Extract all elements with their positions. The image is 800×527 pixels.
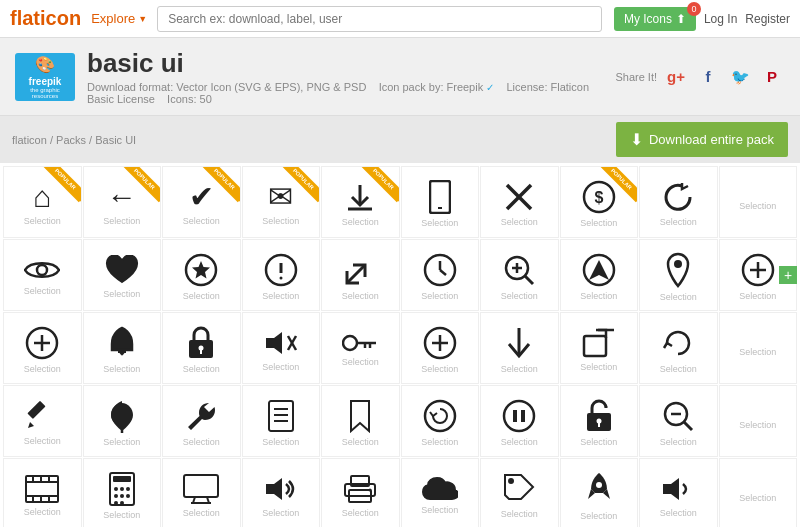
pinterest-share-button[interactable]: P	[759, 64, 785, 90]
svg-marker-89	[266, 478, 282, 500]
icon-target-refresh[interactable]: Selection	[401, 385, 480, 457]
icon-refresh[interactable]: Selection	[639, 166, 718, 238]
pack-icons-count: Icons: 50	[167, 93, 212, 105]
icon-label: Selection	[342, 437, 379, 447]
icon-symbol	[349, 399, 371, 433]
icon-unlock[interactable]: Selection	[560, 385, 639, 457]
my-icons-button[interactable]: My Icons ⬆ 0	[614, 7, 696, 31]
icon-label: Selection	[183, 291, 220, 301]
facebook-share-button[interactable]: f	[695, 64, 721, 90]
icon-plus-circle[interactable]: Selection +	[719, 239, 798, 311]
icon-down-arrow[interactable]: Selection	[480, 312, 559, 384]
icon-zoom[interactable]: Selection	[480, 239, 559, 311]
search-input[interactable]	[157, 6, 602, 32]
svg-marker-35	[266, 332, 282, 354]
icon-label: Selection	[580, 291, 617, 301]
icon-label: Selection	[103, 364, 140, 374]
icon-bell[interactable]: Selection	[83, 312, 162, 384]
icon-placeholder3[interactable]: Selection	[719, 312, 798, 384]
svg-point-84	[120, 501, 124, 505]
icon-label: Selection	[580, 218, 617, 228]
icon-symbol	[343, 474, 377, 504]
svg-line-17	[440, 270, 446, 275]
icon-location[interactable]: Selection	[639, 239, 718, 311]
svg-rect-31	[118, 350, 126, 353]
icon-cloud[interactable]: Selection	[401, 458, 480, 527]
icon-monitor[interactable]: Selection	[162, 458, 241, 527]
icon-download[interactable]: POPULAR Selection	[321, 166, 400, 238]
icon-share[interactable]: Selection	[560, 312, 639, 384]
icon-printer[interactable]: Selection	[321, 458, 400, 527]
breadcrumb-packs[interactable]: Packs	[56, 134, 86, 146]
icon-label: Selection	[24, 436, 61, 446]
icon-dollar[interactable]: POPULAR $ Selection	[560, 166, 639, 238]
icon-bookmark[interactable]: Selection	[321, 385, 400, 457]
icon-label: Selection	[660, 437, 697, 447]
icon-label: Selection	[342, 508, 379, 518]
icon-symbol	[183, 474, 219, 504]
icon-home[interactable]: POPULAR ⌂ Selection	[3, 166, 82, 238]
freepik-verified-icon: ✓	[486, 82, 494, 93]
svg-point-24	[674, 260, 682, 268]
icon-placeholder4[interactable]: Selection	[719, 385, 798, 457]
icon-placeholder5[interactable]: Selection	[719, 458, 798, 527]
icon-placeholder1[interactable]: Selection	[719, 166, 798, 238]
svg-marker-98	[663, 478, 679, 500]
twitter-share-button[interactable]: 🐦	[727, 64, 753, 90]
icon-mail[interactable]: POPULAR ✉ Selection	[242, 166, 321, 238]
explore-button[interactable]: Explore ▼	[91, 11, 147, 26]
icon-key[interactable]: Selection	[321, 312, 400, 384]
icon-lock[interactable]: Selection	[162, 312, 241, 384]
icon-pencil[interactable]: Selection	[3, 385, 82, 457]
icon-star[interactable]: Selection	[162, 239, 241, 311]
icon-close[interactable]: Selection	[480, 166, 559, 238]
icon-expand[interactable]: Selection	[321, 239, 400, 311]
icon-volume[interactable]: Selection	[242, 458, 321, 527]
login-button[interactable]: Log In	[704, 12, 737, 26]
icon-symbol	[741, 253, 775, 287]
icon-add-circle3[interactable]: Selection	[401, 312, 480, 384]
icon-list[interactable]: Selection	[242, 385, 321, 457]
icon-film[interactable]: Selection	[3, 458, 82, 527]
icon-wrench[interactable]: Selection	[162, 385, 241, 457]
icon-symbol	[24, 258, 60, 282]
green-plus-button[interactable]: +	[779, 266, 797, 284]
icon-back[interactable]: POPULAR ← Selection	[83, 166, 162, 238]
icon-clock[interactable]: Selection	[401, 239, 480, 311]
icon-symbol	[185, 399, 217, 433]
icon-mute[interactable]: Selection	[242, 312, 321, 384]
breadcrumb-flaticon[interactable]: flaticon	[12, 134, 47, 146]
icon-tag[interactable]: Selection	[480, 458, 559, 527]
download-pack-button[interactable]: ⬇ Download entire pack	[616, 122, 788, 157]
icon-mobile[interactable]: Selection	[401, 166, 480, 238]
icon-calculator[interactable]: Selection	[83, 458, 162, 527]
icon-symbol	[343, 253, 377, 287]
icon-check[interactable]: POPULAR ✔ Selection	[162, 166, 241, 238]
icon-label: Selection	[580, 511, 617, 521]
icon-label: Selection	[262, 437, 299, 447]
google-plus-share-button[interactable]: g+	[663, 64, 689, 90]
register-button[interactable]: Register	[745, 12, 790, 26]
icon-symbol	[422, 477, 458, 501]
pack-header: 🎨 freepik the graphic resources basic ui…	[0, 38, 800, 116]
icon-rocket[interactable]: Selection	[560, 458, 639, 527]
icon-volume-low[interactable]: Selection	[639, 458, 718, 527]
icon-navigation[interactable]: Selection	[560, 239, 639, 311]
icon-label: Selection	[421, 505, 458, 515]
svg-marker-23	[589, 260, 609, 280]
icon-symbol	[661, 474, 695, 504]
icon-label: Selection	[501, 364, 538, 374]
icon-eye[interactable]: Selection	[3, 239, 82, 311]
icon-pause[interactable]: Selection	[480, 385, 559, 457]
svg-point-38	[343, 336, 357, 350]
icon-zoom-out[interactable]: Selection	[639, 385, 718, 457]
svg-rect-58	[513, 410, 517, 422]
my-icons-label: My Icons	[624, 12, 672, 26]
icon-add-circle2[interactable]: Selection	[3, 312, 82, 384]
icon-grid: POPULAR ⌂ Selection POPULAR ← Selection …	[0, 163, 800, 527]
svg-point-97	[596, 482, 602, 488]
icon-pin[interactable]: Selection	[83, 385, 162, 457]
icon-warning[interactable]: Selection	[242, 239, 321, 311]
icon-sync[interactable]: Selection	[639, 312, 718, 384]
icon-heart[interactable]: Selection	[83, 239, 162, 311]
